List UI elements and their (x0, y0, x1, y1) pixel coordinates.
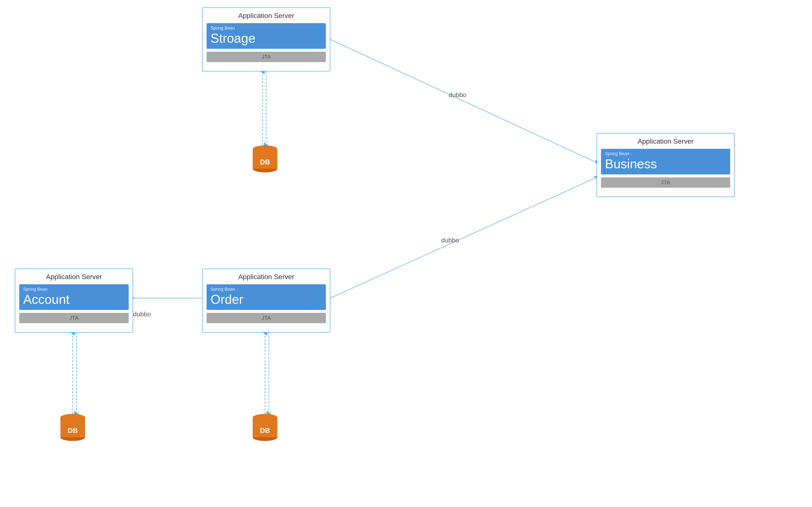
order-jta: JTA (207, 313, 326, 323)
order-bean-block: Spring Bean Order (207, 284, 326, 310)
db-storage-label: DB (260, 158, 270, 166)
order-server-title: Application Server (207, 273, 326, 281)
business-bean-name: Business (605, 157, 657, 171)
storage-bean-block: Spring Bean Stroage (207, 23, 326, 49)
storage-jta: JTA (207, 52, 326, 62)
account-server-title: Application Server (19, 273, 129, 281)
order-spring-bean-label: Spring Bean (210, 287, 322, 292)
account-bean-name: Account (23, 292, 69, 306)
account-spring-bean-label: Spring Bean (23, 287, 125, 292)
dubbo-label-3: dubbo (133, 311, 151, 318)
app-server-order: Application Server Spring Bean Order JTA (202, 269, 330, 333)
app-server-account: Application Server Spring Bean Account J… (15, 269, 133, 333)
app-server-storage: Application Server Spring Bean Stroage J… (202, 7, 330, 71)
db-storage-top (253, 145, 277, 153)
dubbo-label-1: dubbo (449, 91, 466, 99)
db-account-top (60, 414, 85, 421)
db-order: DB (253, 414, 277, 441)
business-storage-arrow (330, 40, 597, 163)
account-jta: JTA (19, 313, 129, 323)
db-order-label: DB (260, 427, 270, 435)
db-account: DB (60, 414, 85, 441)
business-order-arrow (330, 177, 597, 298)
business-jta: JTA (601, 177, 730, 188)
storage-spring-bean-label: Spring Bean (210, 25, 322, 31)
business-server-title: Application Server (601, 137, 730, 145)
db-order-top (253, 414, 277, 421)
arrows-overlay (0, 0, 812, 507)
business-spring-bean-label: Spring Bean (605, 151, 726, 157)
storage-bean-name: Stroage (210, 31, 255, 45)
db-storage: DB (253, 145, 277, 172)
storage-server-title: Application Server (207, 12, 326, 20)
order-bean-name: Order (210, 292, 243, 306)
db-account-label: DB (68, 427, 78, 435)
account-bean-block: Spring Bean Account (19, 284, 129, 310)
business-bean-block: Spring Bean Business (601, 149, 730, 174)
app-server-business: Application Server Spring Bean Business … (597, 133, 734, 197)
dubbo-label-2: dubbo (441, 236, 459, 244)
